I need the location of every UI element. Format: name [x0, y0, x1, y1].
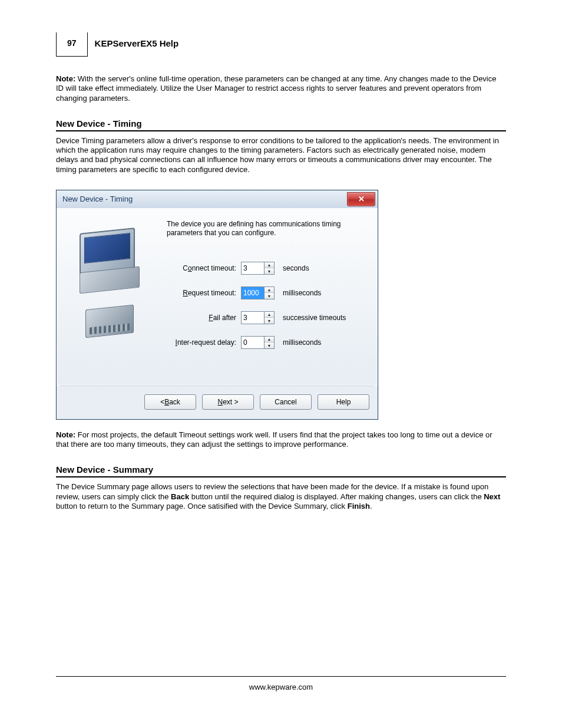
note-text: With the server's online full-time opera…	[56, 74, 496, 103]
help-button[interactable]: Help	[318, 394, 369, 410]
monitor-icon	[80, 230, 140, 291]
inter-request-input[interactable]	[241, 336, 265, 349]
request-timeout-unit: milliseconds	[283, 289, 321, 297]
spinner-buttons: ▲ ▼	[265, 262, 275, 275]
spin-down-icon[interactable]: ▼	[265, 293, 274, 299]
request-timeout-label: Request timeout:	[167, 289, 236, 297]
dialog-footer: < Back Next > Cancel Help	[57, 386, 378, 419]
inter-request-spinner[interactable]: ▲ ▼	[241, 336, 275, 349]
document-title: KEPServerEX5 Help	[88, 32, 179, 57]
spin-up-icon[interactable]: ▲	[265, 312, 274, 318]
section-summary-text: The Device Summary page allows users to …	[56, 482, 506, 511]
request-timeout-spinner[interactable]: ▲ ▼	[241, 286, 275, 299]
dialog-form: The device you are defining has communic…	[167, 220, 369, 379]
dialog-illustration	[65, 220, 154, 379]
connect-timeout-label: Connect timeout:	[167, 264, 236, 272]
note-label: Note:	[56, 74, 75, 83]
section-timing-text: Device Timing parameters allow a driver'…	[56, 136, 506, 174]
connect-timeout-spinner[interactable]: ▲ ▼	[241, 262, 275, 275]
cancel-button[interactable]: Cancel	[260, 394, 312, 410]
spin-down-icon[interactable]: ▼	[265, 318, 274, 324]
note-paragraph-1: Note: With the server's online full-time…	[56, 74, 506, 103]
connect-timeout-input[interactable]	[241, 262, 265, 275]
spinner-buttons: ▲ ▼	[265, 286, 275, 299]
inter-request-label: Inter-request delay:	[167, 338, 236, 347]
dialog-title: New Device - Timing	[62, 195, 133, 203]
inter-request-unit: milliseconds	[283, 338, 321, 347]
connect-timeout-row: Connect timeout: ▲ ▼ seconds	[167, 262, 369, 275]
spin-up-icon[interactable]: ▲	[265, 337, 274, 343]
close-icon: ✕	[358, 195, 365, 203]
spinner-buttons: ▲ ▼	[265, 336, 275, 349]
document-page: 97 KEPServerEX5 Help Note: With the serv…	[0, 0, 562, 715]
connect-timeout-unit: seconds	[283, 264, 309, 272]
page-header: 97 KEPServerEX5 Help	[56, 32, 506, 57]
spin-up-icon[interactable]: ▲	[265, 287, 274, 294]
fail-after-input[interactable]	[241, 311, 265, 324]
page-number: 97	[56, 32, 88, 57]
spinner-buttons: ▲ ▼	[265, 311, 275, 324]
modem-icon	[85, 304, 134, 338]
fail-after-unit: successive timeouts	[283, 314, 346, 322]
back-button[interactable]: < Back	[144, 394, 196, 410]
note-paragraph-2: Note: For most projects, the default Tim…	[56, 430, 506, 450]
spin-down-icon[interactable]: ▼	[265, 268, 274, 274]
inter-request-row: Inter-request delay: ▲ ▼ milliseconds	[167, 336, 369, 349]
new-device-timing-dialog: New Device - Timing ✕ The device you are…	[56, 190, 378, 420]
spin-down-icon[interactable]: ▼	[265, 342, 274, 348]
dialog-screenshot: New Device - Timing ✕ The device you are…	[56, 190, 506, 420]
footer-url: www.kepware.com	[249, 683, 313, 691]
request-timeout-input[interactable]	[241, 286, 265, 299]
page-footer: www.kepware.com	[56, 676, 506, 691]
section-heading-timing: New Device - Timing	[56, 118, 506, 131]
next-button[interactable]: Next >	[202, 394, 254, 410]
request-timeout-row: Request timeout: ▲ ▼ milliseconds	[167, 286, 369, 299]
note-label: Note:	[56, 430, 75, 439]
spin-up-icon[interactable]: ▲	[265, 262, 274, 269]
fail-after-row: Fail after ▲ ▼ successive timeouts	[167, 311, 369, 324]
section-heading-summary: New Device - Summary	[56, 465, 506, 477]
dialog-body: The device you are defining has communic…	[57, 208, 378, 386]
fail-after-label: Fail after	[167, 314, 236, 322]
dialog-intro-text: The device you are defining has communic…	[167, 220, 369, 238]
note-text: For most projects, the default Timeout s…	[56, 430, 492, 449]
dialog-titlebar: New Device - Timing ✕	[57, 190, 378, 208]
fail-after-spinner[interactable]: ▲ ▼	[241, 311, 275, 324]
close-button[interactable]: ✕	[347, 192, 375, 206]
